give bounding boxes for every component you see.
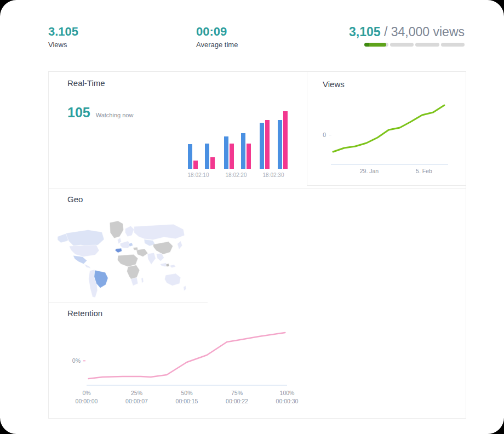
svg-text:00:00:15: 00:00:15 — [176, 398, 198, 404]
progress-segment — [390, 43, 414, 47]
retention-panel-title: Retention — [67, 309, 102, 318]
map-uk — [117, 238, 121, 244]
map-china — [153, 242, 173, 254]
map-india — [147, 253, 156, 264]
map-usa — [69, 245, 99, 256]
views-goal-separator: / — [384, 25, 387, 39]
svg-text:00:00:00: 00:00:00 — [76, 398, 98, 404]
map-spain — [115, 248, 122, 253]
svg-text:25%: 25% — [131, 390, 142, 396]
progress-segment — [441, 43, 465, 47]
map-australia — [164, 273, 180, 285]
stat-average-time: 00:09 Average time — [196, 25, 238, 49]
map-indonesia-east — [170, 265, 176, 268]
watching-now-label: Watching now — [96, 112, 134, 118]
svg-text:00:00:30: 00:00:30 — [276, 398, 299, 404]
views-panel: Views 029. Jan5. Feb — [307, 72, 466, 186]
progress-fill — [364, 43, 386, 47]
stat-views-label: Views — [48, 41, 78, 49]
map-scandinavia — [125, 226, 134, 236]
views-goal-text: 3,105 / 34,000 views — [300, 25, 465, 39]
svg-text:75%: 75% — [231, 390, 243, 396]
svg-text:0: 0 — [323, 132, 326, 138]
watching-now: 105Watching now — [67, 105, 133, 121]
map-madagascar — [141, 277, 144, 283]
divider-geo-retention — [49, 302, 208, 303]
views-goal-current: 3,105 — [349, 25, 381, 39]
analytics-card: 3.105 Views 00:09 Average time 3,105 / 3… — [0, 0, 504, 434]
world-map — [55, 219, 191, 300]
svg-text:50%: 50% — [181, 390, 192, 396]
svg-text:00:00:07: 00:00:07 — [125, 398, 148, 404]
stat-average-time-value: 00:09 — [196, 25, 238, 39]
retention-line-chart: 0%0%00:00:0025%00:00:0750%00:00:1575%00:… — [66, 324, 302, 409]
stat-views: 3.105 Views — [48, 25, 78, 49]
stat-average-time-label: Average time — [196, 41, 238, 49]
panels-container: Real-Time 105Watching now 18:02:1018:02:… — [48, 71, 466, 419]
views-goal-total: 34,000 views — [391, 25, 465, 39]
map-turkey — [133, 247, 138, 250]
realtime-panel-title: Real-Time — [67, 78, 105, 88]
divider-realtime-geo — [49, 188, 466, 189]
views-goal-progressbar — [364, 43, 465, 47]
views-goal: 3,105 / 34,000 views — [300, 25, 465, 47]
svg-text:00:00:22: 00:00:22 — [226, 398, 248, 404]
geo-panel-title: Geo — [67, 195, 83, 204]
map-central-america — [84, 264, 91, 269]
svg-text:18:02:30: 18:02:30 — [263, 172, 284, 178]
svg-text:0%: 0% — [72, 357, 81, 364]
svg-text:18:02:10: 18:02:10 — [188, 172, 209, 178]
svg-text:0%: 0% — [82, 390, 90, 396]
watching-now-value: 105 — [67, 105, 90, 120]
map-south-africa — [131, 277, 138, 285]
svg-text:29. Jan: 29. Jan — [360, 168, 379, 174]
realtime-bar-chart: 18:02:1018:02:2018:02:30 — [186, 110, 301, 184]
map-greenland — [110, 221, 123, 238]
map-canada — [66, 230, 104, 247]
map-mexico — [73, 255, 87, 264]
stat-views-value: 3.105 — [48, 25, 78, 39]
map-japan — [177, 241, 182, 249]
svg-text:5. Feb: 5. Feb — [416, 168, 432, 174]
views-panel-title: Views — [323, 79, 345, 89]
map-russia — [134, 224, 185, 240]
svg-text:18:02:20: 18:02:20 — [226, 172, 247, 178]
map-north-africa — [117, 254, 138, 266]
views-line-chart: 029. Jan5. Feb — [318, 99, 458, 179]
map-new-zealand — [184, 285, 186, 290]
progress-segment — [415, 43, 439, 47]
svg-text:100%: 100% — [280, 390, 295, 396]
